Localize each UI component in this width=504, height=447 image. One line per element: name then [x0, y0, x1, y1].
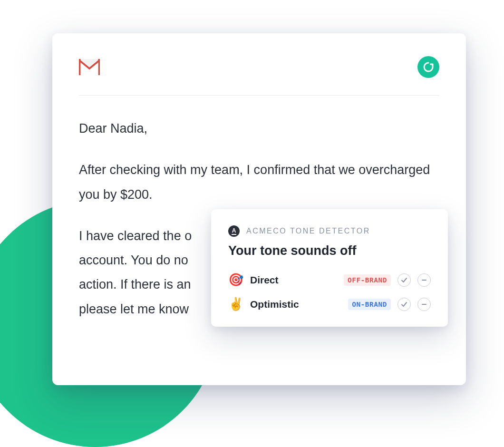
on-brand-badge: ON-BRAND	[348, 299, 391, 310]
tone-label-direct: Direct	[250, 274, 337, 286]
brand-a-letter: A	[232, 228, 236, 233]
gmail-icon	[79, 59, 100, 75]
tone-row: 🎯 Direct OFF-BRAND	[228, 272, 431, 287]
email-greeting: Dear Nadia,	[79, 117, 439, 141]
tone-panel-title: Your tone sounds off	[228, 243, 431, 258]
tone-brand-label: ACMECO TONE DETECTOR	[246, 227, 370, 235]
email-header	[79, 56, 439, 96]
tone-detector-panel: A ACMECO TONE DETECTOR Your tone sounds …	[211, 209, 448, 327]
dismiss-button[interactable]	[417, 298, 431, 311]
victory-hand-icon: ✌️	[228, 297, 243, 311]
accept-button[interactable]	[397, 273, 411, 287]
off-brand-badge: OFF-BRAND	[344, 274, 391, 286]
tone-panel-header: A ACMECO TONE DETECTOR	[228, 225, 431, 237]
grammarly-icon[interactable]	[417, 56, 439, 78]
tone-label-optimistic: Optimistic	[250, 299, 341, 310]
tone-row: ✌️ Optimistic ON-BRAND	[228, 297, 431, 311]
dismiss-button[interactable]	[417, 273, 431, 287]
brand-a-icon: A	[228, 225, 240, 237]
email-paragraph-1: After checking with my team, I confirmed…	[79, 158, 439, 207]
accept-button[interactable]	[397, 298, 411, 311]
target-icon: 🎯	[228, 272, 243, 287]
